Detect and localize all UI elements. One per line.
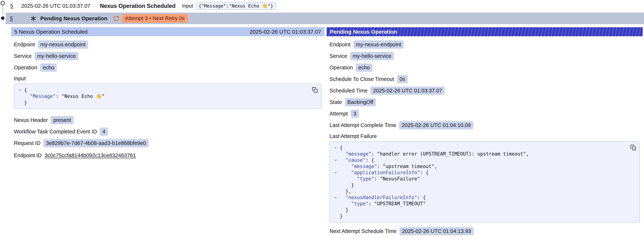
operation-value-badge: echo: [40, 64, 57, 72]
endpoint-label: Endpoint: [330, 42, 350, 48]
pending-event-id-link[interactable]: 5: [10, 15, 13, 22]
input-preview-chip: {"Message":"Nexus Echo 👋"}: [196, 2, 276, 10]
workflow-task-completed-value-badge: 4: [100, 128, 108, 136]
attempt-value-badge: 3: [351, 110, 359, 118]
json-line: }: [16, 99, 318, 106]
next-attempt-schedule-label: Next Attempt Schedule Time: [330, 228, 396, 234]
operation-row: Operation echo: [330, 62, 640, 74]
endpoint-value-badge: my-nexus-endpoint: [354, 40, 404, 49]
json-line: "Message": "Nexus Echo 👋": [16, 93, 318, 99]
next-attempt-schedule-value-badge: 2025-02-26 UTC 01:04:13.93: [400, 227, 474, 235]
failure-json-viewer: { "message": "handler error (UPSTREAM_TI…: [330, 141, 640, 222]
scheduled-time-label: Scheduled Time: [330, 88, 368, 94]
scheduled-time-row: Scheduled Time 2025-02-26 UTC 01:03:37.0…: [330, 85, 640, 96]
endpoint-row: Endpoint my-nexus-endpoint: [14, 39, 322, 50]
operation-value-badge: echo: [356, 64, 372, 72]
workflow-task-completed-label: Workflow Task Completed Event ID: [14, 129, 97, 135]
last-attempt-complete-row: Last Attempt Complete Time 2025-02-26 UT…: [330, 120, 640, 131]
timeline-node-outline[interactable]: [1, 1, 4, 5]
event-detail-panels: 5 Nexus Operation Scheduled 2025-02-26 U…: [11, 27, 644, 236]
pending-panel-body: Endpoint my-nexus-endpoint Service my-he…: [326, 36, 643, 237]
request-id-value-badge: 3e829b7e-7d67-4b08-aad3-b1e868bfe9e0: [44, 139, 149, 147]
pending-operation-panel: Pending Nexus Operation Endpoint my-nexu…: [326, 27, 643, 236]
json-line: }: [331, 213, 636, 219]
event-id-link[interactable]: 5: [10, 3, 13, 9]
attempt-label: Attempt: [330, 111, 348, 117]
collapse-chevron-icon[interactable]: [331, 196, 340, 200]
request-id-label: Request ID: [14, 140, 40, 146]
nexus-header-value-badge: present: [51, 116, 74, 124]
timeline-node-dot[interactable]: [1, 16, 4, 20]
json-line: "message": "handler error (UPSTREAM_TIME…: [331, 151, 636, 157]
operation-label: Operation: [14, 64, 37, 71]
collapse-chevron-icon[interactable]: [331, 146, 340, 150]
event-timeline[interactable]: [0, 0, 6, 26]
json-line: "applicationFailureInfo": {: [331, 170, 636, 176]
service-value-badge: my-hello-service: [34, 52, 78, 60]
last-attempt-complete-value-badge: 2025-02-26 UTC 01:04:10.09: [399, 121, 473, 130]
json-line: "nexusHandlerFailureInfo": {: [331, 194, 636, 200]
attempt-retry-badge: Attempt 3 • Next Retry 0s: [122, 14, 188, 23]
endpoint-label: Endpoint: [14, 42, 35, 48]
pending-operation-title: Pending Nexus Operation: [40, 15, 108, 22]
event-summary-row[interactable]: 5 2025-02-26 UTC 01:03:37.07 Nexus Opera…: [0, 0, 644, 12]
request-id-row: Request ID 3e829b7e-7d67-4b08-aad3-b1e86…: [14, 138, 322, 149]
json-line: "type": "UPSTREAM_TIMEOUT": [331, 200, 636, 207]
endpoint-value-badge: my-nexus-endpoint: [38, 40, 88, 49]
json-line: "type": "NexusFailure": [331, 176, 636, 182]
scheduled-time-value-badge: 2025-02-26 UTC 01:03:37.07: [370, 86, 445, 95]
schedule-to-close-row: Schedule To Close Timeout 0s: [330, 74, 640, 85]
retry-icon: [113, 15, 119, 22]
endpoint-id-label: Endpoint ID: [14, 152, 42, 158]
json-line: }: [331, 207, 636, 213]
json-line: "cause": {: [331, 157, 636, 163]
input-label: Input: [182, 3, 193, 9]
input-section-label: Input: [14, 74, 322, 84]
state-label: State: [330, 99, 342, 105]
workflow-task-completed-row: Workflow Task Completed Event ID 4: [14, 126, 322, 138]
pending-panel-header: Pending Nexus Operation: [326, 27, 643, 36]
collapse-chevron-icon[interactable]: [331, 170, 340, 174]
json-line: }: [331, 182, 636, 188]
endpoint-id-row: Endpoint ID 3c0c75ccfa8144b092c13ce63246…: [14, 149, 322, 162]
service-label: Service: [330, 53, 347, 59]
input-json-viewer: { "Message": "Nexus Echo 👋" }: [14, 84, 322, 109]
collapse-chevron-icon[interactable]: [16, 88, 24, 92]
copy-icon[interactable]: [311, 86, 318, 94]
json-line: {: [331, 144, 636, 151]
next-attempt-schedule-row: Next Attempt Schedule Time 2025-02-26 UT…: [330, 226, 640, 237]
operation-label: Operation: [330, 64, 353, 71]
json-line: },: [331, 188, 636, 194]
last-attempt-complete-label: Last Attempt Complete Time: [330, 122, 396, 128]
schedule-to-close-value-badge: 0s: [397, 75, 408, 83]
endpoint-id-link[interactable]: 3c0c75ccfa8144b092c13ce632463761: [45, 152, 136, 158]
pending-operation-row[interactable]: 5 Pending Nexus Operation Attempt 3 • Ne…: [6, 13, 644, 24]
collapse-chevron-icon[interactable]: [331, 158, 340, 162]
scheduled-panel-body: Endpoint my-nexus-endpoint Service my-he…: [11, 36, 324, 236]
scheduled-panel-header: 5 Nexus Operation Scheduled 2025-02-26 U…: [11, 27, 324, 36]
json-line: {: [16, 87, 318, 93]
scheduled-panel-time: 2025-02-26 UTC 01:03:37.07: [250, 29, 321, 35]
operation-row: Operation echo: [14, 62, 322, 74]
state-value-badge: BackingOff: [345, 98, 376, 106]
state-row: State BackingOff: [330, 96, 640, 108]
nexus-asterisk-icon: [30, 16, 36, 22]
scheduled-event-panel: 5 Nexus Operation Scheduled 2025-02-26 U…: [11, 27, 324, 236]
service-value-badge: my-hello-service: [350, 52, 394, 60]
pending-panel-title: Pending Nexus Operation: [330, 29, 397, 35]
service-label: Service: [14, 53, 32, 59]
last-attempt-failure-label: Last Attempt Failure: [330, 131, 640, 141]
endpoint-row: Endpoint my-nexus-endpoint: [330, 39, 640, 50]
nexus-header-label: Nexus Header: [14, 117, 48, 123]
event-title: Nexus Operation Scheduled: [100, 3, 175, 9]
json-line: "message": "upstream timeout",: [331, 163, 636, 170]
service-row: Service my-hello-service: [330, 50, 640, 62]
schedule-to-close-label: Schedule To Close Timeout: [330, 76, 394, 82]
event-timestamp: 2025-02-26 UTC 01:03:37.07: [21, 3, 90, 9]
nexus-header-row: Nexus Header present: [14, 114, 322, 126]
attempt-row: Attempt 3: [330, 108, 640, 120]
copy-icon[interactable]: [630, 144, 637, 151]
scheduled-panel-title: 5 Nexus Operation Scheduled: [14, 29, 88, 35]
service-row: Service my-hello-service: [14, 50, 322, 62]
